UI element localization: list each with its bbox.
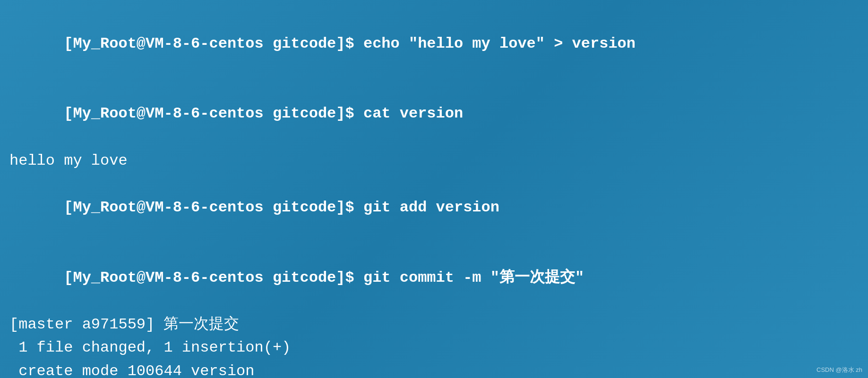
- command: git add version: [363, 199, 499, 216]
- terminal-window: [My_Root@VM-8-6-centos gitcode]$ echo "h…: [0, 0, 868, 378]
- command: echo "hello my love" > version: [363, 35, 636, 52]
- terminal-line: [My_Root@VM-8-6-centos gitcode]$ git add…: [9, 172, 859, 243]
- terminal-output: 1 file changed, 1 insertion(+): [9, 336, 859, 360]
- command: cat version: [363, 105, 463, 122]
- terminal-output: create mode 100644 version: [9, 360, 859, 378]
- prompt: [My_Root@VM-8-6-centos gitcode]$: [64, 105, 363, 122]
- prompt: [My_Root@VM-8-6-centos gitcode]$: [64, 199, 363, 216]
- prompt: [My_Root@VM-8-6-centos gitcode]$: [64, 35, 363, 52]
- terminal-line: [My_Root@VM-8-6-centos gitcode]$ git com…: [9, 243, 859, 313]
- terminal-content: [My_Root@VM-8-6-centos gitcode]$ echo "h…: [9, 8, 859, 378]
- prompt: [My_Root@VM-8-6-centos gitcode]$: [64, 269, 363, 286]
- terminal-output: [master a971559] 第一次提交: [9, 313, 859, 336]
- watermark: CSDN @洛水 zh: [816, 366, 862, 374]
- command: git commit -m "第一次提交": [363, 269, 584, 286]
- terminal-output: hello my love: [9, 149, 859, 173]
- terminal-line: [My_Root@VM-8-6-centos gitcode]$ cat ver…: [9, 79, 859, 149]
- terminal-line: [My_Root@VM-8-6-centos gitcode]$ echo "h…: [9, 8, 859, 79]
